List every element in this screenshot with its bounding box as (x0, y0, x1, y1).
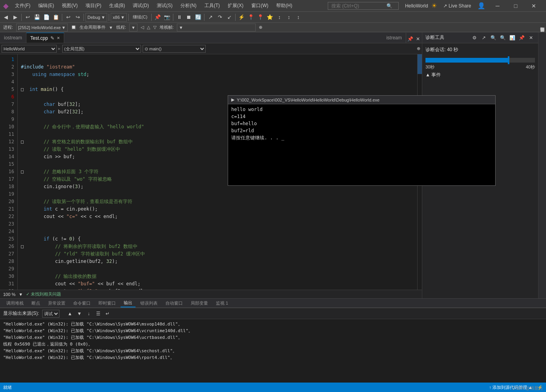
tab-istream-close[interactable]: ✕ (414, 35, 422, 43)
step-over-btn[interactable]: ↷ (215, 13, 224, 22)
nav3-btn[interactable]: ↕ (294, 13, 303, 22)
diag-events-header[interactable]: ▲ 事件 (425, 72, 535, 78)
search-input[interactable] (331, 3, 386, 9)
diag-zoom-out-btn[interactable]: 🔍 (499, 34, 507, 42)
btab-output[interactable]: 输出 (121, 299, 136, 307)
menu-edit[interactable]: 编辑(E) (37, 2, 56, 10)
btab-exceptions[interactable]: 异常设置 (45, 299, 69, 307)
diag-time-thumb (508, 56, 509, 64)
output-up-btn[interactable]: ▲ (66, 310, 74, 318)
output-down-btn[interactable]: ▼ (75, 310, 83, 318)
continue-btn[interactable]: 继续(C) (130, 13, 150, 22)
menu-file[interactable]: 文件(F) (13, 2, 32, 10)
menu-view[interactable]: 视图(V) (60, 2, 79, 10)
step-out-btn[interactable]: ↗ (206, 13, 215, 22)
live-share-button[interactable]: ↗ Live Share (440, 3, 474, 9)
scroll-to-top-btn[interactable]: ⊕ (417, 46, 420, 51)
diag-events: ▲ 事件 (422, 70, 538, 80)
btab-command[interactable]: 命令窗口 (70, 299, 94, 307)
console-title: ▶ Y:\002_WorkSpace\002_VS\HelloWorld\Hel… (228, 96, 495, 104)
menu-project[interactable]: 项目(P) (84, 2, 103, 10)
tab-istream[interactable]: istream (383, 33, 406, 43)
stack-arrow-left: ◁ (141, 25, 144, 30)
console-line-5: 请按任意键继续. . . _ (231, 134, 492, 141)
toolbar-sep-9 (235, 14, 236, 21)
bp3-btn[interactable]: 📍 (256, 13, 265, 22)
output-wrap-btn[interactable]: ↵ (104, 310, 111, 318)
toolbar-undo-btn[interactable]: ↩ (64, 13, 72, 22)
diag-export-btn[interactable]: ↗ (480, 34, 488, 42)
search-icon: 🔍 (386, 3, 392, 9)
btab-breakpoints[interactable]: 断点 (28, 299, 43, 307)
bp4-btn[interactable]: ⭐ (266, 13, 274, 22)
diag-settings-btn[interactable]: ⚙ (470, 34, 478, 42)
snapshot-btn[interactable]: 📷 (163, 13, 171, 22)
diag-title-bar: 诊断工具 ⚙ ↗ 🔍 🔍 📊 📌 ✕ (422, 32, 538, 43)
diag-pin-btn[interactable]: 📌 (518, 34, 526, 42)
btab-watch1[interactable]: 监视 1 (213, 299, 231, 307)
stack-dropdown[interactable]: ▼ (177, 24, 256, 31)
close-button[interactable]: ✕ (525, 0, 543, 12)
thread-dropdown[interactable]: ▼ (129, 24, 137, 31)
toolbar-save3-btn[interactable]: 📄 (42, 13, 51, 22)
scope-dropdown[interactable]: HelloWorld (2, 45, 57, 53)
pause-btn[interactable]: ⏸ (175, 13, 184, 22)
menu-help[interactable]: 帮助(H) (275, 2, 294, 10)
btab-auto[interactable]: 自动窗口 (162, 299, 186, 307)
btab-errors[interactable]: 错误列表 (137, 299, 161, 307)
btab-callstack[interactable]: 调用堆栈 (3, 299, 27, 307)
diag-close-btn[interactable]: ✕ (527, 34, 535, 42)
diag-panel-title: 诊断工具 (425, 34, 470, 41)
toolbar-redo-btn[interactable]: ↪ (73, 13, 82, 22)
btab-immediate[interactable]: 即时窗口 (95, 299, 119, 307)
menu-build[interactable]: 生成(B) (108, 2, 126, 10)
menu-window[interactable]: 窗口(W) (250, 2, 270, 10)
stop-btn[interactable]: ⏹ (184, 13, 193, 22)
editor-status: 100 % ▼ ✓ 未找到相关问题 (0, 290, 422, 298)
nav2-btn[interactable]: ↕ (284, 13, 293, 22)
toolbar-save4-btn[interactable]: 📋 (52, 13, 60, 22)
tab-istream-pin[interactable]: 📌 (406, 35, 414, 43)
debug-config-dropdown[interactable]: Debug ▼ (85, 13, 107, 22)
console-line-4: buf2=rld (231, 127, 492, 134)
menu-test[interactable]: 测试(S) (155, 2, 174, 10)
global-scope-dropdown[interactable]: (全局范围) (62, 45, 141, 53)
step-in-btn[interactable]: ↙ (225, 13, 234, 22)
diag-chart-btn[interactable]: 📊 (508, 34, 516, 42)
bp2-btn[interactable]: 📍 (247, 13, 255, 22)
tab-testcpp-close[interactable]: ✕ (57, 36, 60, 40)
stack-label: 堆栈帧: (160, 24, 174, 30)
tab-iostream[interactable]: iostream (0, 33, 26, 43)
toolbar-save2-btn[interactable]: 💾 (33, 13, 41, 22)
tab-testcpp[interactable]: Test.cpp ✎ ✕ (26, 33, 64, 43)
nav-btn[interactable]: ↕ (275, 13, 284, 22)
output-source-dropdown[interactable]: 调试 (42, 310, 59, 318)
restore-button[interactable]: □ (507, 0, 525, 12)
process-label: 进程: (3, 24, 13, 30)
process-arrow: ▼ (61, 25, 66, 30)
console-icon: ▶ (231, 97, 234, 102)
minimize-button[interactable]: ─ (488, 0, 507, 12)
output-content[interactable]: "HelloWorld.exe" (Win32): 已加载 "C:\Window… (0, 319, 546, 383)
platform-dropdown[interactable]: x86 ▼ (111, 13, 127, 22)
attach-btn[interactable]: 📌 (153, 13, 162, 22)
btab-locals[interactable]: 局部变量 (188, 299, 211, 307)
menu-tools[interactable]: 工具(T) (203, 2, 221, 10)
diag-time-track[interactable] (425, 58, 535, 63)
toolbar-fwd-btn[interactable]: ▶ (11, 13, 20, 22)
restart-btn[interactable]: 🔄 (194, 13, 202, 22)
menu-extensions[interactable]: 扩展(X) (226, 2, 245, 10)
console-title-text: Y:\002_WorkSpace\002_VS\HelloWorld\Hello… (237, 98, 379, 102)
menu-analyze[interactable]: 分析(N) (179, 2, 198, 10)
function-dropdown[interactable]: ⊙ main() (143, 45, 206, 53)
search-box[interactable]: 🔍 (328, 2, 399, 10)
output-clear-btn[interactable]: ☰ (94, 310, 102, 318)
process-dropdown[interactable]: [2552] HelloWorld.exe ▼ (16, 24, 68, 31)
bp-btn[interactable]: ⚡ (237, 13, 246, 22)
toolbar-save-btn[interactable]: ↩ (23, 13, 32, 22)
menu-debug[interactable]: 调试(D) (131, 2, 150, 10)
output-down2-btn[interactable]: ↓ (85, 310, 93, 318)
vert-label[interactable]: 溢出诊断选择器 (539, 32, 546, 39)
toolbar-back-btn[interactable]: ◀ (2, 13, 10, 22)
diag-zoom-in-btn[interactable]: 🔍 (489, 34, 497, 42)
